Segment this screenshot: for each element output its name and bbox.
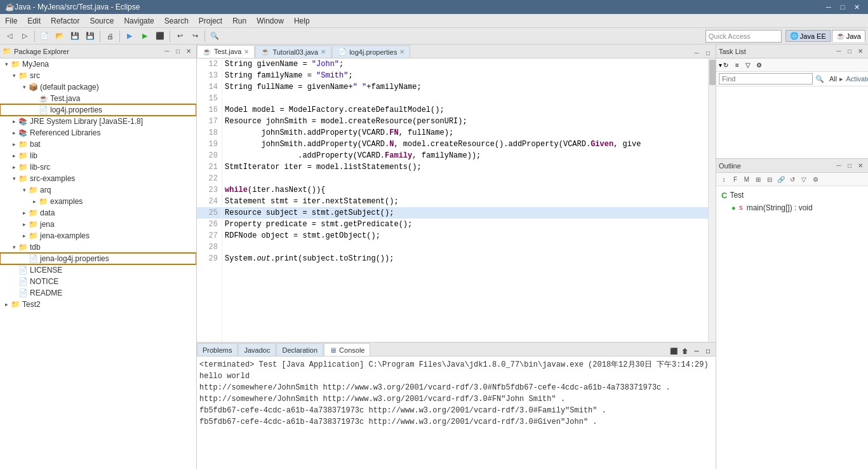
outline-sync-btn[interactable]: ↺ xyxy=(787,174,798,184)
outline-method-main[interactable]: ● S main(String[]) : void xyxy=(719,201,865,214)
outline-link-btn[interactable]: 🔗 xyxy=(776,174,786,184)
outline-filter-btn[interactable]: ▽ xyxy=(799,174,809,184)
log4j-tab-close[interactable]: ✕ xyxy=(399,48,404,55)
tree-item-tdb[interactable]: ▾ 📁 tdb xyxy=(0,241,196,253)
toolbar-print-btn[interactable]: 🖨 xyxy=(103,29,117,43)
tree-item-jena-log4j[interactable]: ▸ 📄 jena-log4j.properties xyxy=(0,253,196,264)
quick-access-field[interactable]: Quick Access xyxy=(705,30,782,43)
task-settings-btn[interactable]: ⚙ xyxy=(754,60,764,70)
outline-class-test[interactable]: C Test xyxy=(719,189,865,201)
tree-item-default-package[interactable]: ▾ 📦 (default package) xyxy=(0,81,196,93)
tab-log4j[interactable]: 📄 log4j.properties ✕ xyxy=(332,45,410,58)
toolbar-run-btn[interactable]: ▶ xyxy=(138,29,152,43)
menu-project[interactable]: Project xyxy=(194,15,227,27)
tab-problems[interactable]: Problems xyxy=(197,343,237,356)
tree-item-notice[interactable]: ▸ 📄 NOTICE xyxy=(0,276,196,287)
console-stop-btn[interactable]: ⬛ xyxy=(669,346,679,356)
tree-item-jre-library[interactable]: ▸ 📚 JRE System Library [JavaSE-1.8] xyxy=(0,116,196,127)
console-clear-btn[interactable]: 🗑 xyxy=(680,346,690,356)
tutorial03-tab-close[interactable]: ✕ xyxy=(321,48,326,55)
tree-item-bat[interactable]: ▸ 📁 bat xyxy=(0,139,196,150)
editor-scrollbar-thumb[interactable] xyxy=(709,60,716,85)
toolbar-save-btn[interactable]: 💾 xyxy=(68,29,82,43)
task-filter-btn[interactable]: ▽ xyxy=(743,60,753,70)
outline-collapse-btn[interactable]: ⊟ xyxy=(765,174,775,184)
menu-file[interactable]: File xyxy=(0,15,22,27)
console-minimize-btn[interactable]: ─ xyxy=(691,346,702,356)
toolbar-back-btn[interactable]: ◁ xyxy=(3,29,17,43)
tree-item-data[interactable]: ▸ 📁 data xyxy=(0,207,196,219)
toolbar-debug-btn[interactable]: ▶ xyxy=(123,29,137,43)
editor-minimize-btn[interactable]: ─ xyxy=(691,48,702,58)
menu-refactor[interactable]: Refactor xyxy=(46,15,84,27)
tree-item-arq[interactable]: ▾ 📁 arq xyxy=(0,184,196,196)
find-separator: ▸ xyxy=(839,75,843,83)
menu-window[interactable]: Window xyxy=(251,15,289,27)
editor-scrollbar[interactable] xyxy=(708,58,716,342)
toolbar-redo-btn[interactable]: ↪ xyxy=(188,29,202,43)
outline-fields-btn[interactable]: F xyxy=(730,174,740,184)
toolbar-save-all-btn[interactable]: 💾 xyxy=(83,29,97,43)
toolbar-undo-btn[interactable]: ↩ xyxy=(173,29,187,43)
task-collapse-btn[interactable]: ≡ xyxy=(732,60,742,70)
console-maximize-btn[interactable]: □ xyxy=(703,346,713,356)
tab-test-java[interactable]: ☕ Test.java ✕ xyxy=(197,45,255,58)
jena-examples-arrow: ▸ xyxy=(20,232,28,240)
perspective-java-btn[interactable]: ☕ Java xyxy=(832,30,865,42)
find-input[interactable] xyxy=(719,73,813,85)
maximize-button[interactable]: □ xyxy=(836,1,849,13)
outline-maximize-btn[interactable]: □ xyxy=(845,161,855,171)
menu-help[interactable]: Help xyxy=(289,15,315,27)
tree-item-readme[interactable]: ▸ 📄 README xyxy=(0,287,196,299)
outline-settings-btn[interactable]: ⚙ xyxy=(810,174,820,184)
tree-item-examples[interactable]: ▸ 📁 examples xyxy=(0,196,196,207)
test-java-tab-close[interactable]: ✕ xyxy=(244,48,249,55)
tree-item-myjena[interactable]: ▾ 📁 MyJena xyxy=(0,58,196,70)
outline-expand-btn[interactable]: ⊞ xyxy=(753,174,763,184)
perspective-javaee-btn[interactable]: 🌐 Java EE xyxy=(785,30,831,42)
toolbar-search-btn[interactable]: 🔍 xyxy=(208,29,222,43)
toolbar-new-btn[interactable]: 📄 xyxy=(37,29,51,43)
menu-edit[interactable]: Edit xyxy=(22,15,46,27)
tree-item-license[interactable]: ▸ 📄 LICENSE xyxy=(0,264,196,276)
code-editor[interactable]: String givenName = "John"; String family… xyxy=(222,58,708,342)
tab-javadoc[interactable]: Javadoc xyxy=(238,343,276,356)
outline-minimize-btn[interactable]: ─ xyxy=(834,161,844,171)
toolbar-open-btn[interactable]: 📂 xyxy=(53,29,67,43)
tree-item-jena[interactable]: ▸ 📁 jena xyxy=(0,219,196,230)
tdb-label: tdb xyxy=(30,243,41,252)
tree-item-lib[interactable]: ▸ 📁 lib xyxy=(0,150,196,161)
tree-item-lib-src[interactable]: ▸ 📁 lib-src xyxy=(0,161,196,173)
tab-console[interactable]: 🖥 Console xyxy=(324,343,370,356)
explorer-maximize-btn[interactable]: □ xyxy=(173,46,183,57)
tab-tutorial03[interactable]: ☕ Tutorial03.java ✕ xyxy=(255,45,331,58)
explorer-close-btn[interactable]: ✕ xyxy=(184,46,194,57)
toolbar-stop-btn[interactable]: ⬛ xyxy=(153,29,167,43)
explorer-minimize-btn[interactable]: ─ xyxy=(162,46,172,57)
find-activate-link[interactable]: Activate... xyxy=(846,75,868,83)
ref-lib-icon: 📚 xyxy=(18,128,28,138)
tree-item-jena-examples[interactable]: ▸ 📁 jena-examples xyxy=(0,230,196,241)
outline-close-btn[interactable]: ✕ xyxy=(855,161,865,171)
close-button[interactable]: ✕ xyxy=(850,1,863,13)
src-examples-arrow: ▾ xyxy=(10,175,18,182)
tree-item-referenced-libraries[interactable]: ▸ 📚 Referenced Libraries xyxy=(0,127,196,139)
editor-maximize-btn[interactable]: □ xyxy=(703,48,713,58)
outline-methods-btn[interactable]: M xyxy=(742,174,752,184)
toolbar-forward-btn[interactable]: ▷ xyxy=(18,29,32,43)
tab-declaration[interactable]: Declaration xyxy=(276,343,323,356)
task-list-maximize-btn[interactable]: □ xyxy=(845,46,855,57)
tree-item-test2[interactable]: ▸ 📁 Test2 xyxy=(0,299,196,310)
menu-source[interactable]: Source xyxy=(84,15,119,27)
menu-search[interactable]: Search xyxy=(159,15,194,27)
minimize-button[interactable]: ─ xyxy=(822,1,835,13)
task-list-close-btn[interactable]: ✕ xyxy=(855,46,865,57)
outline-sort-btn[interactable]: ↕ xyxy=(719,174,729,184)
tree-item-test-java[interactable]: ▸ ☕ Test.java xyxy=(0,93,196,104)
menu-run[interactable]: Run xyxy=(227,15,251,27)
task-list-minimize-btn[interactable]: ─ xyxy=(834,46,844,57)
tree-item-log4j-properties[interactable]: ▸ 📄 log4j.properties xyxy=(0,104,196,116)
menu-navigate[interactable]: Navigate xyxy=(119,15,159,27)
tree-item-src-examples[interactable]: ▾ 📁 src-examples xyxy=(0,173,196,184)
tree-item-src[interactable]: ▾ 📁 src xyxy=(0,70,196,81)
